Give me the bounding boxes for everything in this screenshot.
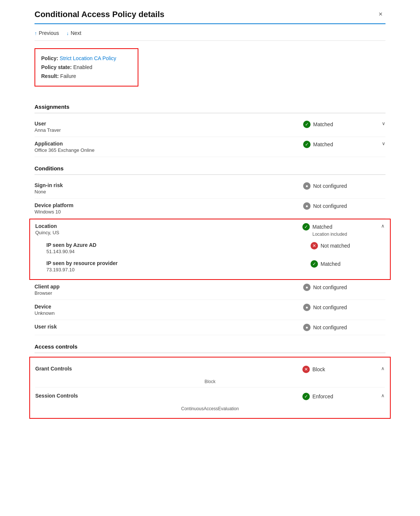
grant-controls-row: Grant Controls ✕ Block ∧ [35, 361, 385, 378]
user-risk-status-text: Not configured [313, 324, 347, 330]
device-status-icon: ● [303, 304, 311, 311]
device-platform-row: Device platform Windows 10 ● Not configu… [35, 199, 385, 219]
signin-risk-left: Sign-in risk None [35, 182, 303, 195]
client-app-right: ● Not configured [303, 284, 377, 291]
grant-expand-icon[interactable]: ∧ [381, 366, 385, 371]
access-controls-divider [35, 353, 385, 353]
device-right: ● Not configured [303, 304, 377, 311]
location-sub: Quincy, US [35, 230, 302, 235]
ip-azure-ad-status-text: Not matched [321, 243, 350, 249]
location-box: Location Quincy, US ✓ Matched Location i… [29, 219, 391, 280]
assignments-section-title: Assignments [35, 104, 385, 110]
ip-resource-left: IP seen by resource provider 73.193.97.1… [46, 260, 311, 272]
signin-risk-status-icon: ● [303, 182, 311, 190]
policy-result-value: Failure [60, 73, 76, 79]
previous-button[interactable]: ↑ Previous [35, 30, 59, 36]
user-expand-icon[interactable]: ∨ [382, 121, 385, 126]
previous-label: Previous [39, 30, 59, 36]
policy-info-box: Policy: Strict Location CA Policy Policy… [35, 48, 138, 86]
panel-title: Conditional Access Policy details [35, 10, 164, 19]
navigation-row: ↑ Previous ↓ Next [35, 30, 385, 41]
close-button[interactable]: × [375, 9, 385, 20]
access-controls-box: Grant Controls ✕ Block ∧ Block Session C… [29, 357, 391, 419]
session-note: ContinuousAccessEvaluation [35, 405, 385, 414]
client-app-label: Client app [35, 284, 303, 290]
user-row-left: User Anna Traver [35, 121, 303, 133]
ip-resource-label: IP seen by resource provider [46, 260, 311, 266]
location-expand-icon[interactable]: ∧ [381, 223, 385, 229]
location-status-row: ✓ Matched [302, 223, 332, 231]
application-row: Application Office 365 Exchange Online ✓… [35, 137, 385, 157]
assignments-divider [35, 113, 385, 113]
down-arrow-icon: ↓ [66, 30, 69, 36]
ip-azure-ad-left: IP seen by Azure AD 51.143.90.94 [46, 242, 311, 254]
client-app-status-icon: ● [303, 284, 311, 291]
location-header-row: Location Quincy, US ✓ Matched Location i… [35, 223, 385, 239]
user-row-right: ✓ Matched [303, 121, 377, 128]
user-row: User Anna Traver ✓ Matched ∨ [35, 117, 385, 137]
device-platform-sub: Windows 10 [35, 209, 303, 215]
application-status-text: Matched [313, 141, 333, 147]
next-button[interactable]: ↓ Next [66, 30, 81, 36]
application-expand-icon[interactable]: ∨ [382, 141, 385, 146]
grant-right: ✕ Block [302, 366, 377, 373]
ip-azure-ad-right: ✕ Not matched [311, 242, 385, 249]
location-right: ✓ Matched Location included [302, 223, 377, 237]
grant-status-text: Block [312, 366, 325, 372]
user-risk-left: User risk [35, 324, 303, 330]
next-label: Next [70, 30, 81, 36]
session-expand-icon[interactable]: ∧ [381, 393, 385, 398]
session-label: Session Controls [35, 393, 302, 399]
user-risk-label: User risk [35, 324, 303, 330]
ip-resource-status-icon: ✓ [311, 260, 318, 268]
location-status-text: Matched [312, 224, 332, 230]
location-status-icon: ✓ [302, 223, 310, 231]
user-risk-right: ● Not configured [303, 324, 377, 331]
ip-resource-sub: 73.193.97.10 [46, 267, 311, 272]
ip-resource-right: ✓ Matched [311, 260, 385, 268]
ip-azure-ad-label: IP seen by Azure AD [46, 242, 311, 248]
location-note: Location included [312, 232, 347, 237]
ip-azure-ad-status-icon: ✕ [311, 242, 318, 249]
signin-risk-label: Sign-in risk [35, 182, 303, 188]
application-row-right: ✓ Matched [303, 141, 377, 148]
device-status-text: Not configured [313, 304, 347, 310]
policy-state-label: Policy state: [41, 64, 72, 70]
location-label: Location [35, 223, 302, 229]
conditions-section-title: Conditions [35, 165, 385, 172]
session-controls-row: Session Controls ✓ Enforced ∧ [35, 387, 385, 405]
signin-risk-sub: None [35, 189, 303, 195]
session-status-text: Enforced [312, 393, 333, 399]
device-row: Device Unknown ● Not configured ∨ [35, 300, 385, 320]
policy-state-value: Enabled [73, 64, 92, 70]
session-status-icon: ✓ [302, 393, 310, 400]
user-status-text: Matched [313, 121, 333, 127]
policy-result-label: Result: [41, 73, 59, 79]
device-platform-label: Device platform [35, 202, 303, 208]
location-subitem-azure-ad: IP seen by Azure AD 51.143.90.94 ✕ Not m… [35, 239, 385, 257]
user-risk-row: User risk ● Not configured ∨ [35, 320, 385, 335]
application-label: Application [35, 141, 303, 147]
device-sub: Unknown [35, 310, 303, 316]
session-right: ✓ Enforced [302, 393, 377, 400]
device-platform-left: Device platform Windows 10 [35, 202, 303, 215]
session-left: Session Controls [35, 393, 302, 399]
up-arrow-icon: ↑ [35, 30, 37, 36]
user-label: User [35, 121, 303, 127]
location-section: Location Quincy, US ✓ Matched Location i… [35, 219, 385, 280]
grant-label: Grant Controls [35, 366, 302, 372]
policy-label: Policy: [41, 55, 58, 61]
access-controls-section-title: Access controls [35, 343, 385, 350]
policy-link[interactable]: Strict Location CA Policy [60, 55, 117, 61]
client-app-left: Client app Browser [35, 284, 303, 296]
signin-risk-status-text: Not configured [313, 183, 347, 189]
device-platform-status-text: Not configured [313, 203, 347, 209]
grant-left: Grant Controls [35, 366, 302, 372]
device-left: Device Unknown [35, 304, 303, 316]
application-row-left: Application Office 365 Exchange Online [35, 141, 303, 153]
signin-risk-row: Sign-in risk None ● Not configured ∨ [35, 179, 385, 199]
device-label: Device [35, 304, 303, 310]
client-app-status-text: Not configured [313, 284, 347, 290]
signin-risk-right: ● Not configured [303, 182, 377, 190]
ip-azure-ad-sub: 51.143.90.94 [46, 249, 311, 254]
